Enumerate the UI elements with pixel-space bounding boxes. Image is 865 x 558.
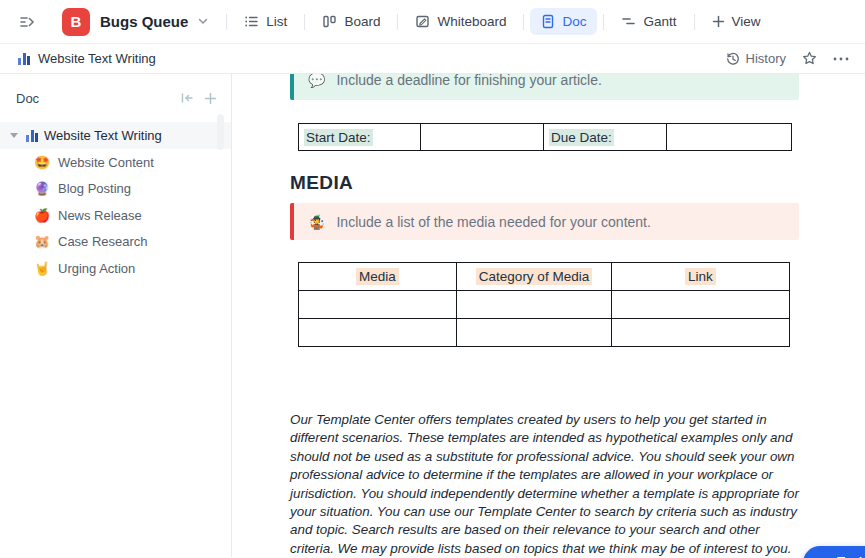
bar-chart-icon (26, 130, 38, 142)
category-header-cell[interactable]: Category of Media (457, 263, 612, 291)
table-cell[interactable] (612, 291, 790, 319)
media-table[interactable]: Media Category of Media Link (298, 262, 790, 347)
bar-chart-icon (18, 53, 30, 65)
table-cell[interactable] (457, 291, 612, 319)
collapse-sidebar-icon[interactable] (180, 92, 194, 105)
deadline-callout-text: Include a deadline for finishing your ar… (336, 74, 601, 88)
table-cell[interactable] (299, 291, 457, 319)
breadcrumb[interactable]: Website Text Writing (18, 51, 156, 66)
add-task-button[interactable]: + Task (803, 546, 865, 558)
expand-caret-icon[interactable] (10, 133, 18, 138)
table-row (299, 319, 790, 347)
tree-item-urging-action[interactable]: 🤘 Urging Action (0, 255, 231, 282)
history-button[interactable]: History (726, 51, 786, 66)
tree-item-website-content[interactable]: 🤩 Website Content (0, 149, 231, 176)
media-header-cell[interactable]: Media (299, 263, 457, 291)
whiteboard-icon (415, 14, 430, 29)
workspace-logo: B (62, 8, 90, 36)
more-icon[interactable] (833, 57, 849, 61)
page-emoji: 🤩 (34, 155, 50, 170)
doc-title: Website Text Writing (38, 51, 156, 66)
tab-label: Whiteboard (437, 14, 506, 29)
view-tabs: List Board Whiteboard (226, 0, 777, 43)
page-emoji: 🐹 (34, 234, 50, 249)
star-icon[interactable] (802, 51, 817, 66)
due-date-cell[interactable]: Due Date: (544, 124, 667, 151)
page-emoji: 🤘 (34, 261, 50, 276)
link-header-cell[interactable]: Link (612, 263, 790, 291)
history-clock-icon (726, 52, 740, 66)
tree-item-blog-posting[interactable]: 🔮 Blog Posting (0, 176, 231, 203)
workspace-name: Bugs Queue (100, 13, 188, 30)
tab-whiteboard[interactable]: Whiteboard (404, 8, 517, 35)
media-heading: MEDIA (290, 172, 865, 194)
start-date-value-cell[interactable] (421, 124, 544, 151)
workspace-switcher[interactable]: B Bugs Queue (62, 8, 208, 36)
list-icon (244, 14, 259, 29)
tab-doc[interactable]: Doc (530, 8, 597, 35)
sidebar-scrollbar[interactable] (217, 114, 224, 150)
media-callout[interactable]: 🤹 Include a list of the media needed for… (290, 203, 799, 240)
tab-list[interactable]: List (233, 8, 298, 35)
template-disclaimer: Our Template Center offers templates cre… (290, 411, 802, 557)
add-page-icon[interactable] (204, 92, 217, 105)
gantt-icon (621, 14, 636, 29)
table-cell[interactable] (612, 319, 790, 347)
tree-item-website-text-writing[interactable]: Website Text Writing (0, 122, 231, 149)
tab-label: View (732, 14, 761, 29)
juggler-icon: 🤹 (308, 214, 325, 230)
tree-root-label: Website Text Writing (44, 128, 162, 143)
page-emoji: 🔮 (34, 181, 50, 196)
tab-gantt[interactable]: Gantt (610, 8, 687, 35)
doc-content[interactable]: 💬 Include a deadline for finishing your … (232, 74, 865, 557)
tab-label: Board (344, 14, 380, 29)
tab-add-view[interactable]: View (701, 8, 772, 35)
doc-sidebar: Doc Website Text Writing (0, 74, 232, 557)
chevron-down-icon (198, 18, 208, 25)
table-cell[interactable] (299, 319, 457, 347)
media-callout-text: Include a list of the media needed for y… (336, 214, 650, 230)
due-date-value-cell[interactable] (667, 124, 792, 151)
table-header-row: Media Category of Media Link (299, 263, 790, 291)
page-emoji: 🍎 (34, 208, 50, 223)
table-cell[interactable] (457, 319, 612, 347)
sidebar-toggle-icon[interactable] (14, 9, 40, 35)
plus-icon (712, 15, 725, 28)
tree-item-news-release[interactable]: 🍎 News Release (0, 202, 231, 229)
tab-label: List (266, 14, 287, 29)
speech-balloon-icon: 💬 (308, 74, 325, 88)
board-icon (322, 14, 337, 29)
deadline-callout[interactable]: 💬 Include a deadline for finishing your … (290, 74, 799, 100)
start-date-cell[interactable]: Start Date: (299, 124, 421, 151)
tab-board[interactable]: Board (311, 8, 391, 35)
tree-item-case-research[interactable]: 🐹 Case Research (0, 229, 231, 256)
tab-label: Gantt (643, 14, 676, 29)
top-bar: B Bugs Queue List Board (0, 0, 865, 44)
doc-icon (541, 14, 555, 29)
table-row: Start Date: Due Date: (299, 124, 792, 151)
doc-header-bar: Website Text Writing History (0, 44, 865, 74)
sidebar-header-label: Doc (16, 91, 39, 106)
tab-label: Doc (562, 14, 586, 29)
table-row (299, 291, 790, 319)
date-table[interactable]: Start Date: Due Date: (298, 123, 792, 151)
history-label: History (746, 51, 786, 66)
